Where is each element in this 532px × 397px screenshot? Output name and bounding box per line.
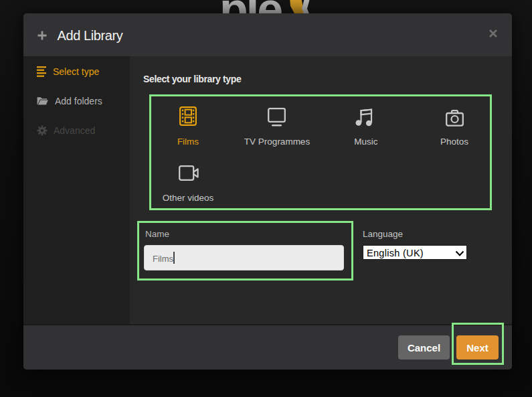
- svg-text:ple: ple: [219, 0, 282, 15]
